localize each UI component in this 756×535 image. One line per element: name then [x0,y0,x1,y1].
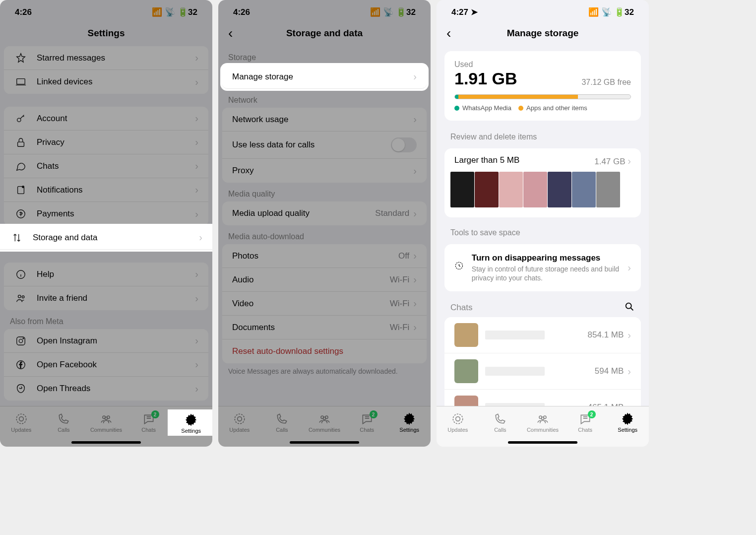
svg-point-1 [17,118,21,122]
storage-legend: WhatsApp Media Apps and other items [454,104,631,112]
larger-than-label: Larger than 5 MB [454,155,519,167]
row-label: Starred messages [37,53,195,63]
storage-and-data-screen: 4:26 📶📡🔋32 ‹ Storage and data Storage Ma… [218,0,431,447]
account-row[interactable]: Account› [4,107,208,131]
chat-storage-row[interactable]: 854.1 MB › [444,317,641,353]
chevron-right-icon: › [628,262,631,273]
chats-icon: 2 [361,412,374,425]
storage-and-data-row[interactable]: Storage and data› [0,226,212,250]
laptop-icon [14,76,28,87]
network-section-header: Network [218,89,431,108]
tab-communities[interactable]: Communities [85,412,127,433]
tab-settings[interactable]: Settings [606,412,649,433]
communities-icon [318,412,331,425]
nav-header: ‹ Storage and data [218,20,431,46]
status-time: 4:26 [15,7,32,17]
invite-friend-row[interactable]: Invite a friend› [4,286,208,310]
chat-storage-row[interactable]: 594 MB › [444,353,641,390]
linked-devices-row[interactable]: Linked devices › [4,70,208,94]
meta-section-header: Also from Meta [0,310,212,329]
communities-icon [536,412,549,425]
storage-summary-card: Used 1.91 GB 37.12 GB free WhatsApp Medi… [444,51,641,121]
svg-point-11 [23,338,24,339]
back-button[interactable]: ‹ [228,25,233,41]
nav-header: ‹ Manage storage [437,20,649,46]
media-upload-quality-row[interactable]: Media upload qualityStandard› [222,201,427,225]
wifi-icon: 📡 [601,7,612,17]
timer-icon [454,261,464,275]
manage-storage-row[interactable]: Manage storage› [222,65,427,89]
chevron-right-icon: › [413,71,417,82]
proxy-row[interactable]: Proxy› [222,159,427,183]
tab-calls[interactable]: Calls [43,412,85,433]
chat-name-redacted [485,367,545,376]
tab-chats[interactable]: 2Chats [346,412,388,433]
payments-row[interactable]: Payments› [4,202,208,226]
battery-icon: 🔋32 [396,7,416,17]
open-threads-row[interactable]: Open Threads› [4,377,208,401]
documents-row[interactable]: DocumentsWi-Fi› [222,316,427,339]
network-usage-row[interactable]: Network usage› [222,108,427,132]
chats-row[interactable]: Chats› [4,154,208,178]
toggle-switch[interactable] [391,137,417,152]
chat-storage-row[interactable]: 465.1 MB › [444,390,641,406]
status-time: 4:27 ➤ [451,7,478,17]
tab-chats[interactable]: 2Chats [564,412,607,433]
tab-updates[interactable]: Updates [218,412,261,433]
tab-calls[interactable]: Calls [261,412,304,433]
phone-icon [57,412,70,425]
status-bar: 4:26 📶📡🔋32 [218,0,431,20]
tab-updates[interactable]: Updates [437,412,479,433]
tab-communities[interactable]: Communities [303,412,346,433]
svg-point-10 [19,339,22,342]
tab-settings[interactable]: Settings [388,412,431,433]
tab-settings[interactable]: Settings [170,411,212,434]
chevron-right-icon: › [628,330,631,341]
phone-icon [275,412,288,425]
back-button[interactable]: ‹ [446,25,451,41]
reset-auto-download-row[interactable]: Reset auto-download settings [222,339,427,363]
svg-point-27 [453,414,463,424]
notifications-row[interactable]: Notifications› [4,178,208,202]
free-value: 37.12 GB free [581,78,631,87]
larger-than-5mb-card[interactable]: Larger than 5 MB 1.47 GB › [444,148,641,217]
disappearing-messages-card[interactable]: Turn on disappearing messages Stay in co… [444,244,641,291]
search-icon[interactable] [624,301,635,314]
tab-updates[interactable]: Updates [0,412,43,433]
auto-download-section-header: Media auto-download [218,225,431,244]
tab-chats[interactable]: 2Chats [127,412,170,433]
used-value: 1.91 GB [454,69,517,88]
tab-bar: Updates Calls Communities 2Chats Setting… [437,406,649,447]
svg-point-14 [19,417,23,421]
communities-icon [100,412,113,425]
chats-icon: 2 [579,412,592,425]
open-facebook-row[interactable]: Open Facebook› [4,353,208,377]
storage-bar [454,94,631,99]
chevron-right-icon: › [628,155,631,166]
people-icon [14,293,28,304]
signal-icon: 📶 [152,7,162,17]
svg-point-19 [235,414,245,424]
tools-section-header: Tools to save space [437,221,649,240]
use-less-data-row[interactable]: Use less data for calls [222,132,427,159]
svg-rect-0 [17,79,25,84]
help-row[interactable]: Help› [4,263,208,286]
legend-dot-orange [518,106,523,111]
starred-messages-row[interactable]: Starred messages › [4,46,208,70]
photos-row[interactable]: PhotosOff› [222,244,427,268]
battery-icon: 🔋32 [178,7,197,17]
chevron-right-icon: › [628,366,631,377]
svg-point-28 [455,417,460,421]
audio-row[interactable]: AudioWi-Fi› [222,268,427,292]
open-instagram-row[interactable]: Open Instagram› [4,329,208,353]
chat-icon [14,161,28,172]
media-thumbnails [444,172,641,217]
svg-rect-2 [18,142,24,146]
privacy-row[interactable]: Privacy› [4,131,208,154]
svg-point-13 [16,414,26,424]
chats-section-header: Chats [437,295,649,317]
tab-communities[interactable]: Communities [521,412,564,433]
tab-calls[interactable]: Calls [479,412,522,433]
chat-size: 854.1 MB [588,330,624,340]
video-row[interactable]: VideoWi-Fi› [222,292,427,316]
